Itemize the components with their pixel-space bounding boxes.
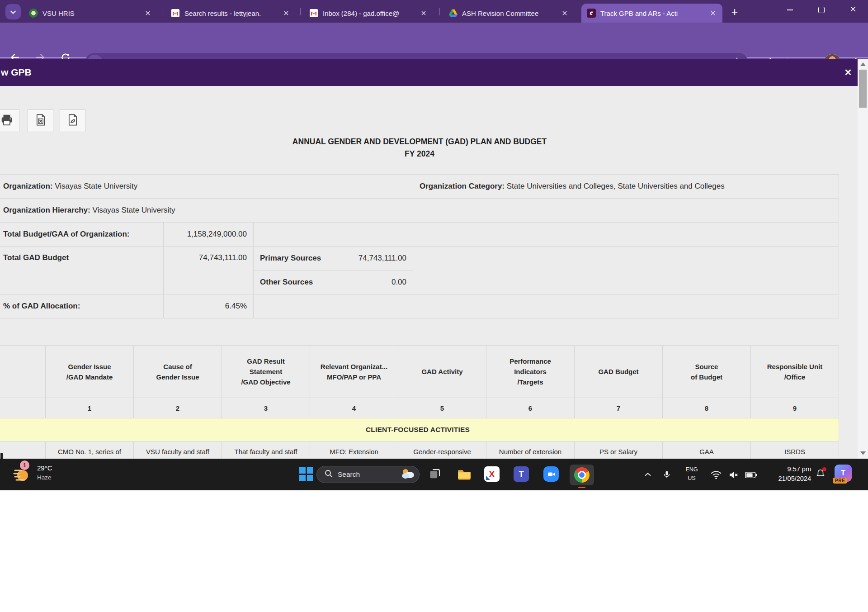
tab-vsu-hris[interactable]: VSU HRIS	[24, 4, 157, 23]
taskbar-clock[interactable]: 9:57 pm 21/05/2024	[758, 465, 811, 484]
modal-title: w GPB	[1, 59, 32, 86]
gad-table-header-cell: Cause ofGender Issue	[134, 346, 222, 398]
primary-sources-value: 74,743,111.00	[342, 247, 413, 270]
gad-table-data-cell: MFO: Extension	[310, 441, 398, 459]
gad-table-data-cell: VSU faculty and staff	[134, 441, 222, 459]
chrome-taskbar-button[interactable]	[570, 465, 594, 485]
teams-preview-letter: T	[841, 469, 845, 478]
file-explorer-icon[interactable]	[457, 466, 472, 482]
organization-category-value: State Universities and Colleges, State U…	[507, 182, 725, 190]
tab-close-icon[interactable]	[420, 9, 428, 17]
organization-hierarchy-label: Organization Hierarchy:	[3, 206, 90, 214]
empty-cell	[413, 247, 839, 294]
task-view-icon[interactable]	[427, 466, 443, 482]
pdf-file-icon	[66, 114, 79, 128]
tab-search-results[interactable]: Search results - lettyjean.	[165, 4, 296, 23]
modal-close-button[interactable]: ✕	[839, 59, 857, 86]
microphone-icon[interactable]	[661, 469, 673, 480]
scrollbar-up-arrow-icon[interactable]	[860, 62, 866, 66]
tab-track-gpb-active[interactable]: Track GPB and ARs - Acti	[581, 4, 722, 23]
language-indicator[interactable]: ENG US	[681, 465, 703, 483]
tab-ash-revision[interactable]: ASH Revision Committee	[443, 4, 574, 23]
tab-title: ASH Revision Committee	[462, 9, 556, 17]
tab-inbox[interactable]: Inbox (284) - gad.office@	[304, 4, 433, 23]
page-scrollbar[interactable]	[858, 59, 868, 459]
gad-table-data-cell: Gender-responsive	[398, 441, 486, 459]
x-app-icon[interactable]: X	[484, 466, 500, 482]
organization-value: Visayas State University	[55, 182, 137, 190]
gad-table-header-cell	[0, 346, 46, 398]
gad-table-header-cell: GAD Activity	[398, 346, 486, 398]
gad-table-data-cell: CMO No. 1, series of	[46, 441, 134, 459]
zoom-icon[interactable]	[543, 466, 559, 482]
org-hierarchy-row: Organization Hierarchy: Visayas State Un…	[0, 199, 839, 223]
document-title: ANNUAL GENDER AND DEVELOPMENT (GAD) PLAN…	[0, 136, 839, 160]
screen: VSU HRIS Search results - lettyjean. Inb…	[0, 0, 868, 612]
window-close-button[interactable]	[843, 0, 863, 20]
show-hidden-icons-button[interactable]	[642, 470, 654, 479]
volume-muted-icon[interactable]	[727, 470, 740, 480]
tab-separator	[439, 8, 440, 15]
organization-label: Organization:	[3, 182, 53, 190]
gad-allocation-row: % of GAD Allocation: 6.45%	[0, 294, 839, 318]
tab-close-icon[interactable]	[144, 9, 152, 17]
scrollbar-down-arrow-icon[interactable]	[860, 451, 866, 455]
teams-letter: T	[519, 470, 524, 479]
gad-table-data-cell	[0, 441, 46, 459]
printer-icon	[0, 113, 14, 128]
export-excel-button[interactable]	[28, 109, 53, 132]
chrome-icon	[574, 467, 590, 483]
total-budget-value: 1,158,249,000.00	[164, 223, 254, 247]
taskbar-search-box[interactable]: Search	[316, 466, 420, 483]
gad-table-header-cell: GAD Budget	[575, 346, 663, 398]
notifications-bell-button[interactable]	[815, 469, 826, 480]
gad-table-data-cell: GAA	[663, 441, 751, 459]
page-content: ANNUAL GENDER AND DEVELOPMENT (GAD) PLAN…	[0, 86, 868, 459]
gad-table-number-row: 123456789	[0, 398, 839, 418]
gad-table-header-row: Gender Issue/GAD MandateCause ofGender I…	[0, 346, 839, 398]
gad-table-number-cell: 5	[398, 398, 486, 418]
preview-badge: PRE	[833, 478, 847, 484]
gad-table-number-cell: 1	[46, 398, 134, 418]
gad-table-data-cell: PS or Salary	[575, 441, 663, 459]
gad-table-number-cell: 4	[310, 398, 398, 418]
language-line2: US	[681, 474, 703, 483]
organization-hierarchy-cell: Organization Hierarchy: Visayas State Un…	[0, 199, 839, 223]
gad-table-number-cell: 2	[134, 398, 222, 418]
bell-icon	[816, 469, 826, 480]
window-maximize-button[interactable]	[811, 0, 832, 20]
print-button[interactable]	[0, 109, 19, 132]
gad-table-number-cell: 9	[751, 398, 839, 418]
wifi-icon[interactable]	[710, 470, 722, 480]
battery-icon[interactable]	[744, 471, 758, 479]
document-title-line2: FY 2024	[0, 148, 839, 160]
teams-preview-icon[interactable]: T PRE	[835, 465, 852, 482]
other-sources-value: 0.00	[342, 270, 413, 294]
x-app-accent	[486, 476, 490, 480]
gad-allocation-value: 6.45%	[164, 294, 254, 318]
tab-search-button[interactable]	[5, 4, 21, 19]
gmail-icon	[171, 9, 180, 18]
export-pdf-button[interactable]	[60, 109, 85, 132]
total-budget-row: Total Budget/GAA of Organization: 1,158,…	[0, 223, 839, 247]
primary-sources-label: Primary Sources	[254, 247, 342, 270]
window-minimize-button[interactable]	[779, 0, 800, 20]
tab-close-icon[interactable]	[709, 9, 717, 17]
browser-toolbar: gmms.pcw.gov.ph/action/track_gpb_ars/	[0, 23, 868, 59]
tab-title: Inbox (284) - gad.office@	[323, 9, 415, 17]
temperature-text: 29°C	[37, 464, 52, 472]
tab-close-icon[interactable]	[561, 9, 569, 17]
windows-start-button[interactable]	[299, 467, 313, 481]
tab-close-icon[interactable]	[282, 9, 290, 17]
teams-icon[interactable]: T	[514, 466, 529, 482]
new-tab-button[interactable]: +	[727, 4, 742, 19]
total-gad-value: 74,743,111.00	[164, 247, 254, 294]
gmail-icon	[309, 9, 318, 18]
gad-table-data-cell: Number of extension	[486, 441, 575, 459]
windows-taskbar: 1 29°C Haze Search X T	[0, 459, 868, 490]
empty-cell	[254, 223, 839, 247]
organization-info-table: Organization: Visayas State University O…	[0, 174, 839, 318]
scrollbar-thumb[interactable]	[859, 70, 867, 108]
organization-category-label: Organization Category:	[420, 182, 505, 190]
date-text: 21/05/2024	[758, 474, 811, 484]
